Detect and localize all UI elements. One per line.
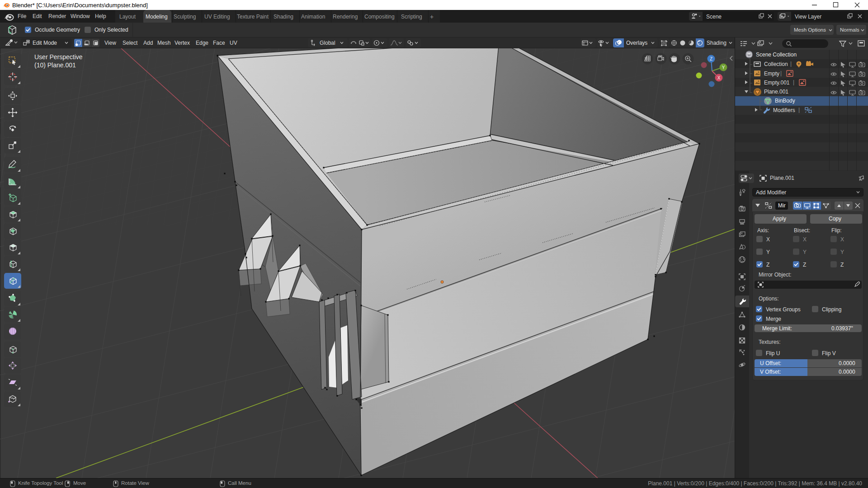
- svg-text:X: X: [717, 75, 721, 80]
- svg-text:(10) Plane.001: (10) Plane.001: [34, 61, 76, 69]
- svg-text:Y: Y: [722, 65, 725, 70]
- svg-text:Z: Z: [710, 56, 712, 61]
- svg-text:User Perspective: User Perspective: [34, 53, 83, 61]
